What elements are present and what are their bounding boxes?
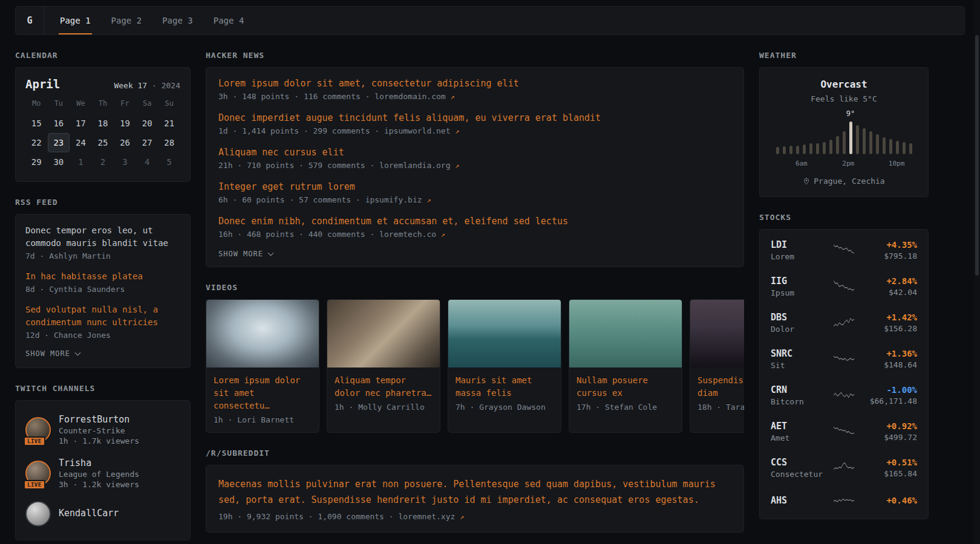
rss-item-title[interactable]: Sed volutpat nulla nisl, a condimentum n… [25,303,180,329]
weather-bar [789,146,792,154]
stock-row[interactable]: AHS +0.46% [769,486,918,516]
hn-item-domain[interactable]: ipsumify.biz ↗ [365,195,431,204]
rss-item[interactable]: Sed volutpat nulla nisl, a condimentum n… [25,303,180,340]
rss-item[interactable]: In hac habitasse platea 8d · Cynthia Sau… [25,270,180,294]
video-thumbnail [569,300,682,368]
hackernews-list: Lorem ipsum dolor sit amet, consectetur … [218,77,731,239]
stock-values: +2.84% $42.04 [860,276,917,297]
rss-list: Donec tempor eros leo, ut commodo mauris… [25,224,180,340]
twitch-channel-row[interactable]: LIVE KendallCarr [25,495,180,533]
app-logo[interactable]: G [16,7,44,34]
stock-row[interactable]: SNRC Sit +1.36% $148.64 [769,341,918,377]
stock-row[interactable]: AET Amet +0.92% $499.72 [769,413,918,450]
twitch-channel-row[interactable]: LIVE Trisha League of Legends 3h · 1.2k … [25,452,180,495]
hn-item-title[interactable]: Donec imperdiet augue tincidunt felis al… [218,112,601,123]
video-meta: 1h · Molly Carrillo [335,403,433,412]
video-card[interactable]: Aliquam tempor dolor nec pharetra… 1h · … [327,299,440,433]
page-scrollbar[interactable] [974,0,980,544]
weather-bar-wrap [809,120,812,154]
subreddit-post-title[interactable]: Maecenas mollis pulvinar erat non posuer… [218,476,731,508]
hn-item-title[interactable]: Integer eget rutrum lorem [218,181,355,192]
hn-item-title[interactable]: Aliquam nec cursus elit [218,147,344,158]
calendar-day-headers: MoTuWeThFrSaSu [25,99,180,114]
calendar-day[interactable]: 21 [158,114,180,133]
calendar-day[interactable]: 15 [25,114,48,133]
stock-id: AET Amet [771,421,828,442]
subreddit-post: Maecenas mollis pulvinar erat non posuer… [218,476,731,521]
stock-row[interactable]: LDI Lorem +4.35% $795.18 [769,232,918,268]
calendar-day[interactable]: 26 [114,133,136,152]
hn-item-domain[interactable]: loremdomain.com ↗ [374,92,454,101]
stock-price: $42.04 [860,288,917,297]
calendar-day[interactable]: 18 [92,114,114,133]
calendar-day[interactable]: 4 [136,152,158,172]
calendar-day[interactable]: 25 [92,133,114,152]
weather-bar [823,142,826,154]
page-tab[interactable]: Page 3 [161,7,194,34]
calendar-day[interactable]: 2 [92,152,114,172]
hn-item: Donec imperdiet augue tincidunt felis al… [218,112,731,135]
calendar-day[interactable]: 19 [114,114,136,133]
hn-item-domain[interactable]: loremtech.co ↗ [379,230,445,239]
stocks-section-title: STOCKS [759,213,929,222]
scrollbar-thumb[interactable] [975,35,979,276]
hn-show-more-button[interactable]: SHOW MORE [218,250,273,258]
calendar-day[interactable]: 17 [70,114,92,133]
calendar-day[interactable]: 28 [158,133,180,152]
stock-row[interactable]: DBS Dolor +1.42% $156.28 [769,305,918,341]
left-column: CALENDAR April Week 17 · 2024 MoTuWeThFr… [15,35,191,540]
stock-name: Consectetur [771,470,828,479]
video-card[interactable]: Nullam posuere cursus ex 17h · Stefan Co… [569,299,682,433]
weather-time-label: 10pm [889,160,905,167]
video-card[interactable]: Lorem ipsum dolor sit amet consectetu… 1… [206,299,319,433]
video-card[interactable]: Suspendisse diam 18h · Tara [690,299,744,433]
calendar-day[interactable]: 30 [48,152,70,172]
dashboard-grid: CALENDAR April Week 17 · 2024 MoTuWeThFr… [15,35,965,540]
stock-row[interactable]: CRN Bitcorn -1.00% $66,171.48 [769,377,918,413]
video-card[interactable]: Mauris sit amet massa felis 7h · Grayson… [448,299,561,433]
subreddit-post-stats: 19h · 9,932 points · 1,090 comments · [218,512,394,521]
rss-show-more-button[interactable]: SHOW MORE [25,349,80,358]
avatar-wrap: LIVE [25,501,51,526]
live-badge: LIVE [24,436,45,446]
weather-bar [776,147,779,154]
calendar-day[interactable]: 24 [70,133,92,152]
hn-item-domain[interactable]: loremlandia.org ↗ [379,161,459,170]
page-tab[interactable]: Page 2 [110,7,143,34]
calendar-day[interactable]: 5 [158,152,180,172]
calendar-day[interactable]: 16 [48,114,70,133]
hn-item-title[interactable]: Donec enim nibh, condimentum et accumsan… [218,216,568,227]
subreddit-post-domain[interactable]: loremnet.xyz ↗ [398,512,464,521]
twitch-channel-row[interactable]: LIVE ForrestBurton Counter-Strike 1h · 1… [25,408,180,452]
rss-item-meta: 7d · Ashlyn Martin [25,251,180,261]
calendar-day[interactable]: 23 [48,133,70,152]
rss-item-title[interactable]: In hac habitasse platea [25,270,180,283]
rss-item-title[interactable]: Donec tempor eros leo, ut commodo mauris… [25,224,180,250]
weather-condition: Overcast [771,79,917,90]
weather-widget: Overcast Feels like 5°C 9° 6am 2pm 10pm … [759,67,929,197]
external-link-icon: ↗ [426,196,431,204]
weather-bar-wrap [789,120,792,154]
hn-item-title[interactable]: Lorem ipsum dolor sit amet, consectetur … [218,78,519,89]
hn-item-domain[interactable]: ipsumworld.net ↗ [384,126,460,135]
page-tab[interactable]: Page 1 [59,7,92,34]
calendar-day[interactable]: 3 [114,152,136,172]
calendar-day[interactable]: 27 [136,133,158,152]
hn-item: Donec enim nibh, condimentum et accumsan… [218,215,731,239]
calendar-day[interactable]: 29 [25,152,48,172]
page-tab[interactable]: Page 4 [212,7,246,34]
stock-values: -1.00% $66,171.48 [860,385,917,406]
video-meta: 7h · Grayson Dawson [456,403,554,412]
stock-sparkline [834,387,854,403]
stock-row[interactable]: CCS Consectetur +0.51% $165.84 [769,450,918,486]
stock-row[interactable]: IIG Ipsum +2.84% $42.04 [769,268,918,305]
hn-item-stats: 16h · 468 points · 440 comments · [218,230,374,239]
rss-item[interactable]: Donec tempor eros leo, ut commodo mauris… [25,224,180,261]
rss-section-title: RSS FEED [15,198,191,207]
calendar-day[interactable]: 20 [136,114,158,133]
calendar-day[interactable]: 22 [25,133,48,152]
twitch-widget: LIVE ForrestBurton Counter-Strike 1h · 1… [15,400,191,540]
rss-item-meta: 8d · Cynthia Saunders [25,285,180,294]
weather-time-label: 2pm [842,160,854,167]
calendar-day[interactable]: 1 [70,152,92,172]
